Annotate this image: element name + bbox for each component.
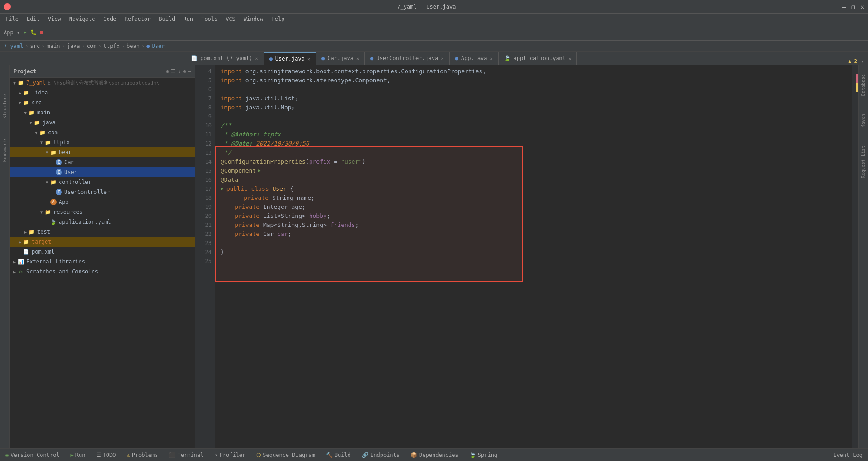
- menu-item-window[interactable]: Window: [240, 15, 267, 23]
- terminal-label: Terminal: [177, 452, 203, 458]
- tab-usercontroller-close[interactable]: ✕: [441, 56, 444, 61]
- maximize-button[interactable]: ❐: [851, 3, 855, 10]
- tree-item-yaml[interactable]: 🍃 application.yaml: [10, 217, 195, 227]
- breadcrumb-src[interactable]: src: [30, 43, 40, 49]
- import-class-7: List: [281, 94, 295, 103]
- ann-config-prop: @ConfigurationProperties: [221, 157, 306, 166]
- toolbar-stop-icon[interactable]: ■: [40, 29, 43, 35]
- tab-pom-xml[interactable]: 📄 pom.xml (7_yaml) ✕: [185, 52, 264, 65]
- tab-usercontroller-java[interactable]: ● UserController.java ✕: [365, 52, 450, 65]
- bottom-tab-event-log[interactable]: Event Log: [828, 449, 868, 461]
- menu-item-tools[interactable]: Tools: [198, 15, 221, 23]
- javadoc-end: */: [221, 148, 231, 157]
- icon-ttpfx: 📁: [44, 139, 52, 146]
- menu-item-build[interactable]: Build: [155, 15, 179, 23]
- tree-item-user[interactable]: C User: [10, 167, 195, 177]
- menu-item-run[interactable]: Run: [179, 15, 197, 23]
- code-editor[interactable]: 4 5 6 7 8 9 10 11 12 13 14 15 16 17 18 1…: [195, 65, 858, 448]
- menu-item-file[interactable]: File: [2, 15, 22, 23]
- sidebar-list-btn[interactable]: ☰: [171, 68, 176, 75]
- tree-item-resources[interactable]: ▼ 📁 resources: [10, 207, 195, 217]
- breadcrumb-bean[interactable]: bean: [127, 43, 140, 49]
- menu-item-refactor[interactable]: Refactor: [121, 15, 154, 23]
- menu-item-view[interactable]: View: [44, 15, 65, 23]
- menu-item-navigate[interactable]: Navigate: [66, 15, 99, 23]
- tree-item-idea[interactable]: ▶ 📁 .idea: [10, 88, 195, 98]
- sidebar-hide-btn[interactable]: —: [188, 68, 191, 75]
- structure-tab[interactable]: Structure: [2, 94, 7, 118]
- menu-item-vcs[interactable]: VCS: [222, 15, 239, 23]
- tree-item-target[interactable]: ▶ 📁 target: [10, 237, 195, 247]
- tree-item-ttpfx[interactable]: ▼ 📁 ttpfx: [10, 137, 195, 147]
- menu-item-edit[interactable]: Edit: [23, 15, 43, 23]
- tab-application-yaml[interactable]: 🍃 application.yaml ✕: [499, 52, 577, 65]
- tab-app-java[interactable]: ● App.java ✕: [450, 52, 499, 65]
- tree-item-com[interactable]: ▼ 📁 com: [10, 127, 195, 137]
- sidebar-add-btn[interactable]: ⊕: [166, 68, 169, 75]
- sidebar-sort-btn[interactable]: ↕: [178, 68, 181, 75]
- bottom-tab-terminal[interactable]: ⬛ Terminal: [163, 449, 209, 461]
- request-list-tab[interactable]: Request List: [861, 146, 866, 178]
- tree-item-app[interactable]: A App: [10, 197, 195, 207]
- tab-pom-xml-close[interactable]: ✕: [255, 56, 258, 61]
- breadcrumb-main[interactable]: main: [47, 43, 60, 49]
- line-num-23: 23: [195, 239, 212, 248]
- tree-item-car[interactable]: C Car: [10, 157, 195, 167]
- breadcrumb-java[interactable]: java: [67, 43, 80, 49]
- tab-user-java-close[interactable]: ✕: [307, 56, 310, 61]
- tab-app-java-close[interactable]: ✕: [490, 56, 493, 61]
- label-scratches: Scratches and Consoles: [26, 268, 98, 275]
- tree-item-main[interactable]: ▼ 📁 main: [10, 108, 195, 118]
- breadcrumb-project[interactable]: 7_yaml: [4, 43, 23, 49]
- tree-item-test[interactable]: ▶ 📁 test: [10, 227, 195, 237]
- tab-car-java-close[interactable]: ✕: [356, 56, 359, 61]
- label-usercontroller: UserController: [64, 189, 110, 195]
- tree-item-java[interactable]: ▼ 📁 java: [10, 118, 195, 127]
- bottom-tab-build[interactable]: 🔨 Build: [321, 449, 356, 461]
- sidebar-settings-btn[interactable]: ⚙: [183, 68, 186, 75]
- close-button[interactable]: ✕: [861, 3, 864, 10]
- tree-item-scratches[interactable]: ▶ ⚙ Scratches and Consoles: [10, 267, 195, 277]
- tab-yaml-close[interactable]: ✕: [568, 56, 571, 61]
- menu-item-help[interactable]: Help: [268, 15, 288, 23]
- toolbar-debug-icon[interactable]: 🐛: [30, 29, 37, 35]
- breadcrumb-ttpfx[interactable]: ttpfx: [104, 43, 120, 49]
- bottom-tab-spring[interactable]: 🍃 Spring: [464, 449, 503, 461]
- arrow-ext-libs: ▶: [12, 259, 17, 264]
- tab-user-java[interactable]: ● User.java ✕: [264, 52, 316, 65]
- label-ttpfx: ttpfx: [53, 139, 70, 146]
- breadcrumb-sep-1: ›: [25, 43, 28, 49]
- bottom-tab-endpoints[interactable]: 🔗 Endpoints: [356, 449, 405, 461]
- kw-import-4: import: [221, 67, 245, 76]
- tree-item-pom-xml[interactable]: 📄 pom.xml: [10, 247, 195, 257]
- bottom-tab-profiler[interactable]: ⚡ Profiler: [209, 449, 251, 461]
- tab-car-java[interactable]: ● Car.java ✕: [316, 52, 365, 65]
- minimize-button[interactable]: —: [842, 3, 846, 10]
- scrollbar-track[interactable]: [852, 65, 858, 448]
- bottom-tab-dependencies[interactable]: 📦 Dependencies: [405, 449, 464, 461]
- bottom-tab-run[interactable]: ▶ Run: [65, 449, 91, 461]
- expand-tabs-btn[interactable]: ▾: [861, 58, 864, 65]
- maven-tab[interactable]: Maven: [861, 114, 866, 127]
- tree-item-usercontroller[interactable]: C UserController: [10, 187, 195, 197]
- event-log-label: Event Log: [833, 452, 863, 458]
- toolbar-run-config[interactable]: App ▾: [4, 29, 20, 36]
- bottom-tab-todo[interactable]: ☰ TODO: [91, 449, 122, 461]
- toolbar-build-icon[interactable]: ▶: [24, 29, 27, 35]
- tree-item-controller[interactable]: ▼ 📁 controller: [10, 177, 195, 187]
- database-tab[interactable]: Database: [861, 74, 866, 96]
- tree-item-src[interactable]: ▼ 📁 src: [10, 98, 195, 108]
- menu-item-code[interactable]: Code: [100, 15, 120, 23]
- breadcrumb-com[interactable]: com: [87, 43, 97, 49]
- bottom-tab-sequence[interactable]: ⬡ Sequence Diagram: [251, 449, 321, 461]
- bottom-tab-problems[interactable]: ⚠ Problems: [121, 449, 163, 461]
- label-com: com: [48, 129, 58, 136]
- code-line-7: import java.util.List;: [221, 94, 858, 103]
- tree-item-ext-libs[interactable]: ▶ 📊 External Libraries: [10, 257, 195, 267]
- bookmarks-tab[interactable]: Bookmarks: [2, 137, 7, 162]
- tree-item-7yaml[interactable]: ▼ 📁 7_yaml E:\hsp培训\分布式微服务\springboot\cs…: [10, 78, 195, 88]
- bottom-tab-version-control[interactable]: ◉ Version Control: [0, 449, 65, 461]
- tree-item-bean[interactable]: ▼ 📁 bean: [10, 147, 195, 157]
- breadcrumb-user[interactable]: User: [151, 43, 165, 49]
- label-main: main: [37, 109, 50, 116]
